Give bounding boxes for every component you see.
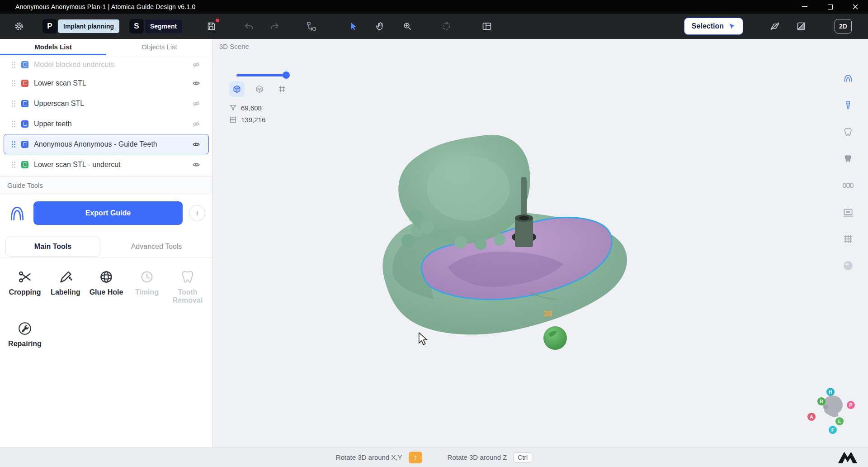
visibility-toggle[interactable] [190, 138, 202, 150]
orientation-p-button[interactable]: P [847, 401, 855, 409]
opacity-slider[interactable] [236, 71, 289, 79]
tooth-outline-button[interactable] [840, 124, 856, 140]
pan-tool-button[interactable] [374, 20, 387, 33]
model-row-upper-teeth[interactable]: Upper teeth [4, 114, 209, 134]
save-button[interactable] [205, 20, 217, 33]
model-row-blocked-undercuts[interactable]: Model blocked undercuts [4, 56, 209, 73]
orientation-r-button[interactable]: R [817, 397, 826, 405]
wireframe-view-button[interactable] [252, 81, 267, 97]
tab-models-list[interactable]: Models List [0, 39, 106, 55]
orientation-navigator[interactable]: H R P A L F [801, 381, 864, 439]
redo-button[interactable] [268, 20, 281, 33]
workflow-button[interactable] [305, 20, 318, 33]
orientation-f-button[interactable]: F [829, 426, 837, 434]
info-button[interactable]: i [189, 205, 205, 221]
implant-button[interactable] [840, 97, 856, 114]
tool-glue-hole[interactable]: Glue Hole [86, 267, 127, 305]
maximize-button[interactable] [817, 0, 843, 14]
selection-mode-button[interactable]: Selection [684, 18, 743, 35]
slider-track[interactable] [236, 74, 289, 76]
drag-handle-icon[interactable] [11, 141, 16, 148]
implant-planning-module-button[interactable]: P Implant planning [42, 19, 119, 34]
print-platform-icon [842, 206, 854, 218]
visibility-toggle[interactable] [190, 77, 202, 89]
minimize-button[interactable] [792, 0, 817, 14]
3d-scene-viewport[interactable]: 3D Scene [213, 39, 868, 447]
bite-arch-button[interactable] [840, 71, 856, 87]
grid-snap-button[interactable] [840, 231, 856, 247]
tooth-icon [180, 267, 195, 285]
visibility-toggle[interactable] [190, 98, 202, 110]
model-label: Upperscan STL [34, 100, 84, 108]
select-tool-button[interactable] [347, 20, 359, 33]
model-row-guide-teeth[interactable]: Anonymous Anonymous - Guide Teeth [4, 134, 209, 154]
export-guide-button[interactable]: Export Guide [33, 201, 183, 225]
slider-knob[interactable] [283, 71, 290, 79]
undo-button[interactable] [243, 20, 255, 33]
sphere-view-button[interactable] [840, 257, 856, 274]
model-label: Lower scan STL [34, 79, 86, 87]
orientation-a-button[interactable]: A [807, 413, 816, 421]
drag-handle-icon[interactable] [11, 61, 16, 68]
teeth-row-button[interactable] [840, 177, 856, 194]
model-type-icon [21, 141, 28, 148]
3d-model[interactable]: 38 [213, 39, 868, 447]
cross-section-button[interactable] [795, 20, 807, 33]
tool-label: Tooth Removal [169, 288, 207, 305]
tool-grid: Cropping Labeling Glue Hole [0, 257, 212, 357]
segment-logo: S [129, 19, 144, 33]
segment-module-button[interactable]: S Segment [129, 19, 182, 34]
tab-objects-list[interactable]: Objects List [106, 39, 212, 55]
drag-handle-icon[interactable] [11, 120, 16, 128]
2d-view-label: 2D [839, 23, 847, 30]
zoom-tool-button[interactable] [401, 20, 414, 33]
tool-cropping[interactable]: Cropping [5, 267, 45, 305]
faces-count-value: 69,608 [241, 104, 262, 112]
right-tool-rail [840, 71, 856, 274]
model-row-lower-scan-stl[interactable]: Lower scan STL [4, 73, 209, 93]
model-row-lower-scan-undercut[interactable]: Lower scan STL - undercut [4, 154, 209, 175]
shaded-view-button[interactable] [229, 81, 245, 97]
tool-repairing[interactable]: Repairing [5, 318, 45, 348]
settings-button[interactable] [13, 20, 25, 33]
grid-view-button[interactable] [274, 81, 290, 97]
model-row-upperscan-stl[interactable]: Upperscan STL [4, 93, 209, 114]
faces-count-row: 69,608 [229, 104, 265, 112]
sphere-icon [99, 267, 114, 285]
hand-icon [375, 21, 385, 31]
vertices-count-value: 139,216 [241, 116, 265, 124]
maximize-icon [828, 5, 833, 10]
visibility-toggle[interactable] [190, 159, 202, 171]
tool-timing[interactable]: Timing [127, 267, 167, 305]
print-platform-button[interactable] [840, 204, 856, 220]
atomica-logo [837, 451, 858, 464]
grid-snap-icon [843, 234, 854, 244]
layout-icon [481, 21, 492, 32]
orientation-l-button[interactable]: L [835, 417, 844, 425]
bite-arch-icon [842, 73, 854, 85]
reset-view-button[interactable] [440, 20, 453, 33]
visibility-toggle[interactable] [190, 59, 202, 71]
close-button[interactable] [843, 0, 868, 14]
ctrl-key-badge: Ctrl [513, 453, 532, 462]
layout-button[interactable] [481, 20, 493, 33]
model-label: Anonymous Anonymous - Guide Teeth [34, 140, 157, 148]
selection-cursor-icon [728, 23, 736, 30]
anchor-sphere-model [543, 326, 567, 350]
drag-handle-icon[interactable] [11, 80, 16, 87]
drag-handle-icon[interactable] [11, 100, 16, 107]
unsaved-changes-dot [216, 19, 219, 22]
tool-labeling[interactable]: Labeling [45, 267, 86, 305]
drag-handle-icon[interactable] [11, 161, 16, 168]
visibility-toggle[interactable] [190, 118, 202, 130]
model-type-icon [21, 120, 28, 128]
slice-plane-button[interactable] [769, 20, 781, 33]
model-type-icon [21, 80, 28, 87]
sphere-view-icon [842, 260, 854, 272]
2d-view-button[interactable]: 2D [835, 19, 852, 33]
tooth-solid-button[interactable] [840, 151, 856, 167]
tool-tooth-removal[interactable]: Tooth Removal [167, 267, 208, 305]
tab-main-tools[interactable]: Main Tools [5, 237, 100, 257]
orientation-h-button[interactable]: H [826, 388, 835, 396]
tab-advanced-tools[interactable]: Advanced Tools [100, 243, 212, 251]
